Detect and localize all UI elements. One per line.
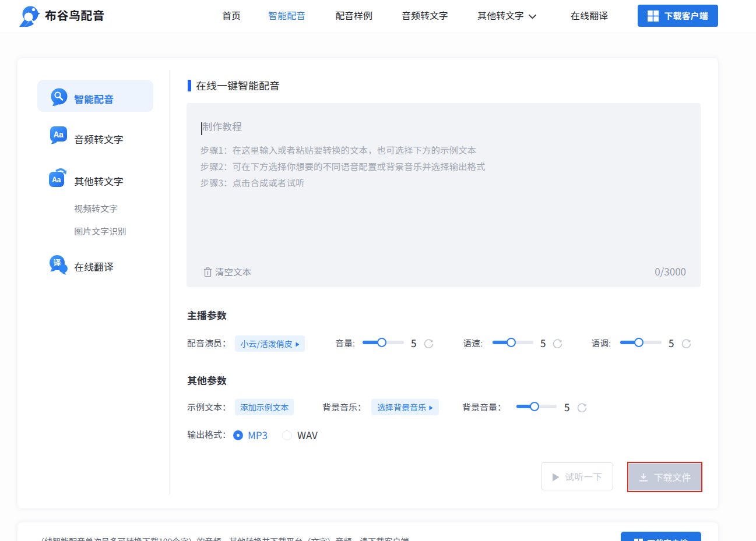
svg-text:Aa: Aa	[53, 128, 64, 140]
svg-text:译: 译	[53, 257, 61, 268]
svg-text:Aa: Aa	[52, 174, 62, 185]
